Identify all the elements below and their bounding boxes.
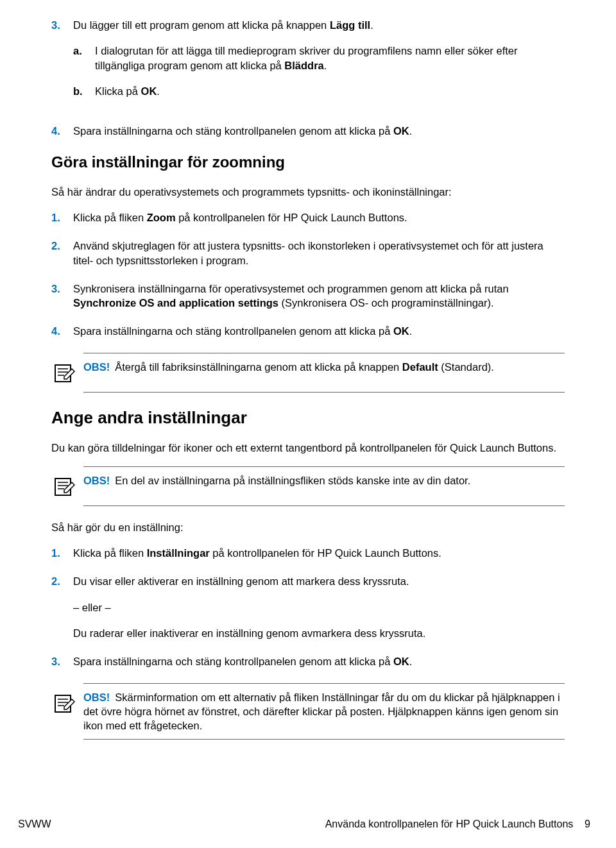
text: Skärminformation om ett alternativ på fl… bbox=[83, 691, 560, 732]
text: . bbox=[324, 60, 327, 71]
note-text: OBS!Skärminformation om ett alternativ p… bbox=[83, 690, 565, 733]
list-item: 2. Använd skjutreglagen för att justera … bbox=[51, 239, 565, 267]
bold: Zoom bbox=[147, 212, 176, 223]
note-block: OBS!En del av inställningarna på inställ… bbox=[51, 466, 565, 506]
text: (Standard). bbox=[438, 361, 494, 373]
note-block: OBS!Skärminformation om ett alternativ p… bbox=[51, 683, 565, 740]
list-number: 3. bbox=[51, 282, 73, 310]
page-number: 9 bbox=[585, 818, 590, 829]
list-content: Spara inställningarna och stäng kontroll… bbox=[73, 324, 565, 338]
list-number: 3. bbox=[51, 18, 73, 110]
list-item: 3. Spara inställningarna och stäng kontr… bbox=[51, 654, 565, 668]
list-content: Klicka på fliken Zoom på kontrollpanelen… bbox=[73, 210, 565, 225]
rule bbox=[83, 739, 565, 740]
note-icon bbox=[51, 473, 77, 499]
text: . bbox=[409, 125, 413, 137]
list-content: Klicka på fliken Inställningar på kontro… bbox=[73, 546, 565, 560]
list-number: 1. bbox=[51, 210, 73, 225]
sub-item-b: b. Klicka på OK. bbox=[73, 84, 565, 98]
list-content: Spara inställningarna och stäng kontroll… bbox=[73, 124, 565, 138]
list-content: Spara inställningarna och stäng kontroll… bbox=[73, 654, 565, 668]
bold: OK bbox=[393, 125, 409, 137]
obs-label: OBS! bbox=[83, 691, 110, 703]
text: på kontrollpanelen för HP Quick Launch B… bbox=[176, 212, 407, 223]
bold: Lägg till bbox=[330, 19, 370, 31]
text: Du lägger till ett program genom att kli… bbox=[73, 19, 330, 31]
text: Du visar eller aktiverar en inställning … bbox=[73, 574, 565, 588]
or-separator: – eller – bbox=[73, 600, 565, 615]
text: En del av inställningarna på inställning… bbox=[115, 475, 470, 486]
list-number: 2. bbox=[51, 239, 73, 267]
bold: OK bbox=[141, 85, 157, 97]
note-text: OBS!En del av inställningarna på inställ… bbox=[83, 473, 565, 488]
list-number: 4. bbox=[51, 324, 73, 338]
text: . bbox=[157, 85, 160, 97]
text: (Synkronisera OS- och programinställning… bbox=[278, 297, 494, 309]
list-number: 2. bbox=[51, 574, 73, 640]
note-icon bbox=[51, 690, 77, 716]
footer-right: Använda kontrollpanelen för HP Quick Lau… bbox=[325, 817, 590, 831]
list-item: 1. Klicka på fliken Zoom på kontrollpane… bbox=[51, 210, 565, 225]
list-item: 2. Du visar eller aktiverar en inställni… bbox=[51, 574, 565, 640]
obs-label: OBS! bbox=[83, 475, 110, 486]
text: . bbox=[409, 656, 413, 667]
list-item: 1. Klicka på fliken Inställningar på kon… bbox=[51, 546, 565, 560]
sub-content: Klicka på OK. bbox=[95, 84, 160, 98]
bold: Default bbox=[402, 361, 438, 373]
page-footer: SVWW Använda kontrollpanelen för HP Quic… bbox=[0, 817, 616, 831]
text: Spara inställningarna och stäng kontroll… bbox=[73, 656, 393, 667]
paragraph: Du kan göra tilldelningar för ikoner och… bbox=[51, 441, 565, 455]
footer-left: SVWW bbox=[18, 817, 51, 831]
list-number: 4. bbox=[51, 124, 73, 138]
list-item: 3. Synkronisera inställningarna för oper… bbox=[51, 282, 565, 310]
list-content: Du visar eller aktiverar en inställning … bbox=[73, 574, 565, 640]
text: Du raderar eller inaktiverar en inställn… bbox=[73, 626, 565, 640]
list-content: Du lägger till ett program genom att kli… bbox=[73, 18, 565, 110]
text: Återgå till fabriksinställningarna genom… bbox=[115, 361, 402, 373]
text: . bbox=[370, 19, 373, 31]
sub-content: I dialogrutan för att lägga till mediepr… bbox=[95, 44, 565, 72]
sub-item-a: a. I dialogrutan för att lägga till medi… bbox=[73, 44, 565, 72]
bold: Synchronize OS and application settings bbox=[73, 297, 278, 309]
list-number: 1. bbox=[51, 546, 73, 560]
rule bbox=[83, 505, 565, 506]
bold: OK bbox=[393, 656, 409, 667]
intro-paragraph: Så här ändrar du operativsystemets och p… bbox=[51, 185, 565, 199]
text: Klicka på bbox=[95, 85, 141, 97]
bold: Bläddra bbox=[284, 60, 323, 71]
text: Klicka på fliken bbox=[73, 212, 147, 223]
sub-letter: a. bbox=[73, 44, 95, 72]
text: . bbox=[409, 325, 413, 337]
note-block: OBS!Återgå till fabriksinställningarna g… bbox=[51, 353, 565, 393]
text: Spara inställningarna och stäng kontroll… bbox=[73, 125, 393, 137]
obs-label: OBS! bbox=[83, 361, 110, 373]
bold: OK bbox=[393, 325, 409, 337]
bold: Inställningar bbox=[147, 547, 210, 559]
heading-other: Ange andra inställningar bbox=[51, 407, 565, 429]
note-icon bbox=[51, 360, 77, 386]
text: Klicka på fliken bbox=[73, 547, 147, 559]
list-content: Synkronisera inställningarna för operati… bbox=[73, 282, 565, 310]
list-content: Använd skjutreglagen för att justera typ… bbox=[73, 239, 565, 267]
sub-list: a. I dialogrutan för att lägga till medi… bbox=[73, 44, 565, 98]
footer-title: Använda kontrollpanelen för HP Quick Lau… bbox=[325, 818, 574, 829]
text: Spara inställningarna och stäng kontroll… bbox=[73, 325, 393, 337]
list-number: 3. bbox=[51, 654, 73, 668]
rule bbox=[83, 392, 565, 393]
paragraph: Så här gör du en inställning: bbox=[51, 520, 565, 534]
note-text: OBS!Återgå till fabriksinställningarna g… bbox=[83, 360, 565, 374]
text: Synkronisera inställningarna för operati… bbox=[73, 283, 509, 294]
heading-zoom: Göra inställningar för zoomning bbox=[51, 152, 565, 173]
list-item: 4. Spara inställningarna och stäng kontr… bbox=[51, 324, 565, 338]
list-item-4: 4. Spara inställningarna och stäng kontr… bbox=[51, 124, 565, 138]
text: på kontrollpanelen för HP Quick Launch B… bbox=[210, 547, 441, 559]
list-item-3: 3. Du lägger till ett program genom att … bbox=[51, 18, 565, 110]
sub-letter: b. bbox=[73, 84, 95, 98]
